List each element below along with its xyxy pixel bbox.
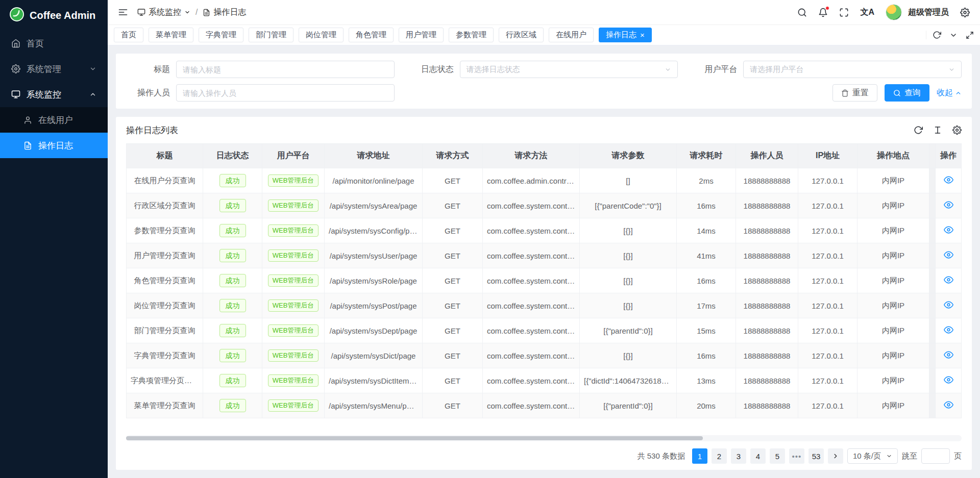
cell-request-function: com.coffee.system.controlle... (483, 268, 580, 293)
menu-fold-icon[interactable] (118, 7, 128, 17)
page-size-select[interactable]: 10 条/页 (847, 448, 898, 464)
view-detail-eye-icon[interactable] (944, 325, 953, 335)
page-button-2[interactable]: 2 (712, 448, 727, 464)
cell-action (936, 393, 962, 418)
platform-badge: WEB管理后台 (268, 374, 319, 387)
chevron-down-icon (89, 65, 96, 72)
tab-dept-management[interactable]: 部门管理 (249, 28, 293, 42)
tab-home[interactable]: 首页 (114, 28, 143, 42)
table-scrollbar-gutter (929, 168, 936, 193)
column-header: 操作地点 (857, 144, 929, 168)
filter-field-log-status: 日志状态 请选择日志状态 (410, 61, 678, 78)
tab-label: 首页 (121, 30, 136, 40)
platform-badge: WEB管理后台 (268, 174, 319, 187)
status-badge: 成功 (219, 224, 246, 237)
tab-user-management[interactable]: 用户管理 (399, 28, 444, 42)
user-platform-select[interactable]: 请选择用户平台 (743, 61, 962, 78)
cell-request-params: [{"parentCode":"0"}] (580, 193, 677, 218)
operator-input[interactable] (176, 84, 395, 102)
cell-status: 成功 (203, 293, 262, 318)
view-detail-eye-icon[interactable] (944, 275, 953, 285)
cell-operator: 18888888888 (736, 318, 798, 343)
cell-action (936, 218, 962, 243)
tab-operation-logs[interactable]: 操作日志× (599, 28, 652, 42)
cell-platform: WEB管理后台 (262, 393, 325, 418)
sidebar-item-operation-logs[interactable]: 操作日志 (0, 133, 108, 158)
log-status-select[interactable]: 请选择日志状态 (460, 61, 678, 78)
cell-request-cost: 14ms (677, 218, 736, 243)
tab-post-management[interactable]: 岗位管理 (299, 28, 344, 42)
tab-config-management[interactable]: 参数管理 (449, 28, 494, 42)
sidebar-item-system-monitor[interactable]: 系统监控 (0, 82, 108, 107)
page-button-5[interactable]: 5 (770, 448, 785, 464)
search-icon[interactable] (797, 8, 807, 17)
app-logo[interactable]: Coffee Admin (0, 0, 108, 31)
view-detail-eye-icon[interactable] (944, 375, 953, 385)
content-fullscreen-icon[interactable] (966, 31, 974, 39)
row-height-icon[interactable] (933, 125, 942, 135)
cell-request-url: /api/system/sysConfig/page (325, 218, 423, 243)
cell-request-params: [{}] (580, 243, 677, 268)
select-placeholder: 请选择用户平台 (750, 65, 803, 74)
sidebar-item-label: 操作日志 (38, 140, 73, 152)
refresh-table-icon[interactable] (914, 125, 923, 135)
notification-bell-icon[interactable] (818, 8, 828, 17)
cell-action (936, 168, 962, 193)
next-page-button[interactable] (828, 448, 843, 464)
column-header: 标题 (127, 144, 203, 168)
sidebar-item-home[interactable]: 首页 (0, 31, 108, 56)
filter-form: 标题 日志状态 请选择日志状态 用户平台 请选择用户平台 (126, 61, 962, 102)
page-button-1[interactable]: 1 (692, 448, 707, 464)
open-tabs: 首页菜单管理字典管理部门管理岗位管理角色管理用户管理参数管理行政区域在线用户操作… (114, 28, 921, 42)
sidebar-item-system-management[interactable]: 系统管理 (0, 56, 108, 82)
collapse-filter-link[interactable]: 收起 (937, 88, 962, 98)
tab-label: 用户管理 (406, 30, 436, 40)
view-detail-eye-icon[interactable] (944, 350, 953, 360)
cell-ip: 127.0.0.1 (798, 293, 857, 318)
view-detail-eye-icon[interactable] (944, 300, 953, 310)
tab-label: 参数管理 (456, 30, 486, 40)
view-detail-eye-icon[interactable] (944, 400, 953, 410)
view-detail-eye-icon[interactable] (944, 250, 953, 260)
tab-options-chevron-icon[interactable] (949, 31, 958, 39)
horizontal-scrollbar[interactable] (126, 435, 962, 441)
breadcrumb-system-monitor[interactable]: 系统监控 (137, 7, 190, 18)
cell-status: 成功 (203, 218, 262, 243)
tab-area-management[interactable]: 行政区域 (499, 28, 544, 42)
title-input[interactable] (176, 61, 395, 78)
sidebar-item-online-users[interactable]: 在线用户 (0, 107, 108, 133)
avatar[interactable] (886, 4, 902, 20)
view-detail-eye-icon[interactable] (944, 200, 953, 210)
search-button[interactable]: 查询 (885, 84, 929, 102)
page-button-3[interactable]: 3 (731, 448, 746, 464)
view-detail-eye-icon[interactable] (944, 225, 953, 235)
column-settings-gear-icon[interactable] (952, 125, 962, 135)
page-button-53[interactable]: 53 (808, 448, 824, 464)
page-ellipsis[interactable]: ••• (789, 448, 804, 464)
monitor-icon (11, 90, 20, 99)
cell-request-url: /api/system/sysRole/page (325, 268, 423, 293)
cell-ip: 127.0.0.1 (798, 193, 857, 218)
view-detail-eye-icon[interactable] (944, 175, 953, 185)
jump-page-input[interactable] (921, 448, 950, 464)
chevron-down-icon (886, 453, 892, 459)
log-list-panel: 操作日志列表 (116, 117, 972, 470)
chevron-down-icon (184, 9, 190, 15)
tab-close-icon[interactable]: × (640, 31, 645, 39)
horizontal-scrollbar-thumb[interactable] (126, 436, 703, 440)
cell-platform: WEB管理后台 (262, 318, 325, 343)
tab-role-management[interactable]: 角色管理 (349, 28, 394, 42)
tab-bar: 首页菜单管理字典管理部门管理岗位管理角色管理用户管理参数管理行政区域在线用户操作… (108, 25, 980, 45)
cell-request-params: [{}] (580, 218, 677, 243)
translate-icon[interactable]: 文A (860, 7, 874, 18)
tab-online-users[interactable]: 在线用户 (549, 28, 594, 42)
fullscreen-icon[interactable] (839, 8, 849, 17)
current-user-name[interactable]: 超级管理员 (908, 7, 949, 18)
settings-gear-icon[interactable] (960, 8, 970, 17)
tab-menu-management[interactable]: 菜单管理 (149, 28, 193, 42)
page-button-4[interactable]: 4 (750, 448, 766, 464)
reset-button[interactable]: 重置 (832, 84, 877, 102)
refresh-page-icon[interactable] (933, 31, 941, 39)
tab-dict-management[interactable]: 字典管理 (199, 28, 243, 42)
platform-badge: WEB管理后台 (268, 224, 319, 237)
